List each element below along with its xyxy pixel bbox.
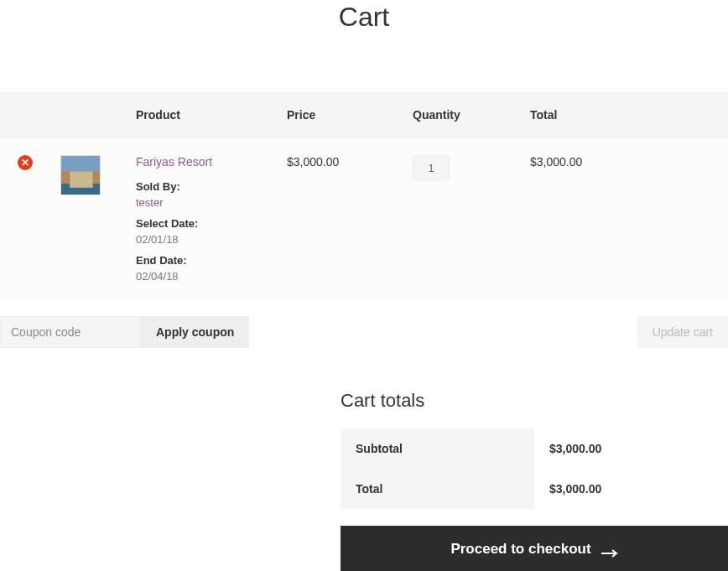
cart-totals-title: Cart totals bbox=[341, 390, 728, 412]
page-title: Cart bbox=[0, 2, 728, 33]
select-date-label: Select Date: bbox=[136, 217, 267, 230]
select-date-value: 02/01/18 bbox=[136, 233, 267, 246]
sold-by-label: Sold By: bbox=[136, 180, 267, 193]
col-quantity-header: Quantity bbox=[403, 91, 520, 138]
checkout-label: Proceed to checkout bbox=[450, 541, 590, 558]
end-date-label: End Date: bbox=[136, 254, 267, 267]
sold-by-value[interactable]: tester bbox=[136, 196, 267, 209]
subtotal-value: $3,000.00 bbox=[534, 428, 728, 469]
close-icon: ✕ bbox=[21, 158, 29, 168]
cart-table-header-row: Product Price Quantity Total bbox=[0, 91, 728, 138]
item-total: $3,000.00 bbox=[520, 138, 728, 299]
product-name-link[interactable]: Fariyas Resort bbox=[136, 155, 212, 169]
remove-item-button[interactable]: ✕ bbox=[18, 155, 33, 170]
col-price-header: Price bbox=[277, 91, 403, 138]
product-thumbnail[interactable] bbox=[60, 155, 101, 195]
item-price: $3,000.00 bbox=[277, 138, 403, 299]
cart-actions: Apply coupon Update cart bbox=[0, 316, 728, 348]
coupon-code-input[interactable] bbox=[0, 316, 141, 348]
apply-coupon-button[interactable]: Apply coupon bbox=[141, 316, 249, 348]
subtotal-row: Subtotal $3,000.00 bbox=[341, 428, 728, 469]
col-product-header: Product bbox=[126, 91, 277, 138]
col-total-header: Total bbox=[520, 91, 728, 138]
cart-item-row: ✕ Fariyas Resort Sold By: tester Select … bbox=[0, 138, 728, 299]
col-thumb-header bbox=[50, 91, 126, 138]
coupon-group: Apply coupon bbox=[0, 316, 249, 348]
totals-table: Subtotal $3,000.00 Total $3,000.00 bbox=[341, 428, 728, 509]
cart-totals: Cart totals Subtotal $3,000.00 Total $3,… bbox=[341, 390, 728, 571]
end-date-value: 02/04/18 bbox=[136, 270, 267, 283]
total-label: Total bbox=[341, 469, 534, 509]
total-row: Total $3,000.00 bbox=[341, 469, 728, 509]
subtotal-label: Subtotal bbox=[341, 428, 534, 469]
total-value: $3,000.00 bbox=[534, 469, 728, 509]
update-cart-button[interactable]: Update cart bbox=[637, 316, 728, 348]
proceed-to-checkout-button[interactable]: Proceed to checkout bbox=[341, 526, 728, 571]
cart-table: Product Price Quantity Total ✕ Fariyas R… bbox=[0, 91, 728, 299]
quantity-input[interactable] bbox=[413, 155, 450, 180]
col-remove-header bbox=[0, 91, 50, 138]
arrow-right-icon bbox=[601, 545, 618, 553]
